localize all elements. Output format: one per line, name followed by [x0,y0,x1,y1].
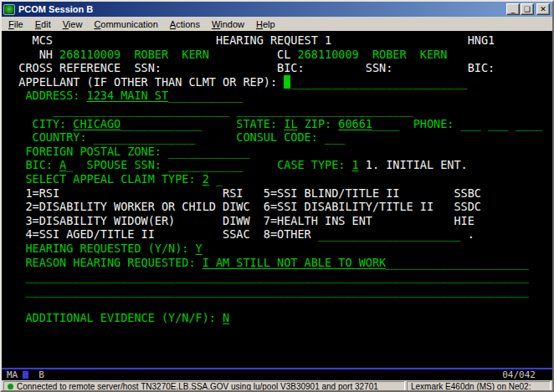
connected-icon [8,384,13,389]
status-bar: Connected to remote server/host TN3270E.… [2,380,552,392]
connection-status-panel: Connected to remote server/host TN3270E.… [3,381,405,392]
terminal-text: 2 [203,172,209,186]
terminal-text: FOREIGN POSTAL ZONE: ____________ [5,145,250,158]
terminal-text: NH [5,48,59,61]
terminal-row: 3=DISABILITY WIDOW(ER) DIWW 7=HEALTH INS… [5,214,552,228]
terminal-text: _____________________ [318,227,461,241]
terminal-row: BIC: A_ SPOUSE SSN: ___________ CASE TYP… [5,158,552,172]
terminal-text: ____ PHONE: ___ ___ ____ [372,117,542,130]
window-controls: _ ❏ ✕ [506,3,551,15]
terminal-text: CHICAGO [73,117,121,130]
close-button[interactable]: ✕ [536,3,550,15]
terminal-row: COUNTRY: _______________ CONSUL CODE: __… [5,130,552,145]
terminal-text: I AM STILL NOT ABLE TO WORK [203,256,386,269]
terminal-text: 1. INITIAL ENT. [359,158,468,171]
terminal-row: FOREIGN POSTAL ZONE: ____________ [5,145,552,159]
terminal-text: N [223,311,229,324]
terminal-text: 3=DISABILITY WIDOW(ER) DIWW 7=HEALTH INS… [5,214,474,227]
terminal-text: . [461,227,474,241]
terminal-text: CL [209,48,298,61]
terminal-text: IL [284,117,297,130]
terminal-screen[interactable]: MCS HEARING REQUEST 1 HNG1 NH 268110009 … [2,31,552,368]
minimize-button[interactable]: _ [506,3,520,15]
terminal-text: 1=RSI RSI 5=SSI BLIND/TITLE II SSBC [5,186,481,200]
menu-bar: FileEditViewCommunicationActionsWindowHe… [2,17,552,31]
terminal-text: ___________ [168,89,243,102]
terminal-text: 268110009 ROBER KERN [59,48,209,61]
terminal-row [5,297,552,311]
terminal-text: A [59,158,66,171]
terminal-text: CROSS REFERENCE SSN: BIC: SSN: BIC: [5,61,495,74]
terminal-row: MCS HEARING REQUEST 1 HNG1 [5,33,552,48]
terminal-text: _ [209,172,223,186]
terminal-text: COUNTRY: _______________ CONSUL CODE: __… [5,130,345,144]
terminal-text: BIC: [5,158,59,171]
terminal-row: ________________________________________… [5,283,552,298]
terminal-text: ____________ STATE: [121,117,284,130]
terminal-row [5,339,552,353]
terminal-text: APPELLANT (IF OTHER THAN CLMT OR REP): [5,75,284,89]
app-icon [3,4,15,15]
pcom-window: PCOM Session B _ ❏ ✕ FileEditViewCommuni… [0,0,554,392]
menu-item-actions[interactable]: Actions [164,18,206,31]
menu-item-file[interactable]: File [3,18,29,31]
terminal-text: REASON HEARING REQUESTED: [5,256,203,269]
oia-bar: MA B 04/042 [2,368,552,380]
terminal-text: __________________________ [290,75,467,89]
terminal-text: ADDRESS: [5,89,87,102]
terminal-row: NH 268110009 ROBER KERN CL 268110009 ROB… [5,48,552,62]
menu-item-edit[interactable]: Edit [29,18,57,31]
maximize-button[interactable]: ❏ [521,3,534,15]
terminal-text: 1234 MAIN ST [87,89,169,102]
oia-session: B [38,369,44,380]
terminal-text: ADDITIONAL EVIDENCE (Y/N/F): [5,311,223,324]
terminal-row: 1=RSI RSI 5=SSI BLIND/TITLE II SSBC [5,186,552,201]
terminal-text: ________________________________________… [5,269,529,283]
terminal-text: ZIP: [298,117,339,130]
terminal-text: 60661 [338,117,372,130]
terminal-row: ADDRESS: 1234 MAIN ST___________ [5,89,552,103]
terminal-row: ________________________________________… [5,269,552,283]
oia-status: MA [7,369,18,380]
menu-item-view[interactable]: View [57,18,89,31]
menu-item-communication[interactable]: Communication [88,18,163,31]
terminal-text: SELECT APPEAL CLAIM TYPE: [5,172,203,186]
terminal-text: __________________________ _____________… [5,103,413,116]
terminal-row [5,324,552,339]
title-bar: PCOM Session B _ ❏ ✕ [2,2,552,17]
terminal-text: 1 [352,158,359,171]
connection-status-text: Connected to remote server/host TN3270E.… [17,382,378,391]
menu-item-window[interactable]: Window [206,18,250,31]
terminal-text: MCS HEARING REQUEST 1 HNG1 [5,33,495,47]
terminal-text: 268110009 ROBER KERN [298,48,448,61]
terminal-row: 2=DISABILITY WORKER OR CHILD DIWC 6=SSI … [5,200,552,214]
terminal-text: _ SPOUSE SSN: ___________ CASE TYPE: [66,158,351,171]
terminal-text: _____________________ [386,256,529,269]
oia-cursor-position: 04/042 [502,369,536,380]
terminal-text: 4=SSI AGED/TITLE II SSAC 8=OTHER [5,227,318,241]
terminal-row: CROSS REFERENCE SSN: BIC: SSN: BIC: [5,61,552,75]
terminal-row: CITY: CHICAGO____________ STATE: IL ZIP:… [5,117,552,131]
terminal-text: ________________________________________… [5,283,529,297]
terminal-row: HEARING REQUESTED (Y/N): Y [5,242,552,256]
window-title: PCOM Session B [18,4,503,14]
terminal-text: Y [196,242,203,255]
terminal-row: ADDITIONAL EVIDENCE (Y/N/F): N [5,311,552,325]
terminal-row: 4=SSI AGED/TITLE II SSAC 8=OTHER _______… [5,227,552,242]
terminal-row: REASON HEARING REQUESTED: I AM STILL NOT… [5,256,552,270]
terminal-row: APPELLANT (IF OTHER THAN CLMT OR REP): _… [5,75,552,89]
terminal-row [5,353,552,367]
terminal-row: SELECT APPEAL CLAIM TYPE: 2 _ [5,172,552,186]
menu-item-help[interactable]: Help [250,18,281,31]
terminal-row: __________________________ _____________… [5,103,552,117]
terminal-text: 2=DISABILITY WORKER OR CHILD DIWC 6=SSI … [5,200,481,213]
terminal-text: HEARING REQUESTED (Y/N): [5,242,196,255]
printer-status-text: Lexmark E460dn (MS) on Ne02: [407,381,551,392]
terminal-text: CITY: [5,117,73,130]
oia-indicator-icon [23,371,28,379]
